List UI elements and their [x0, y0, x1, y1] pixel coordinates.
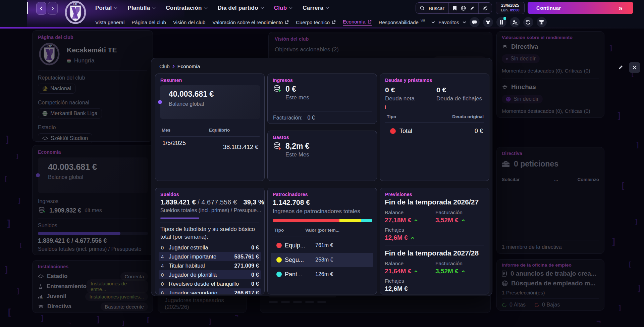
tab-pagina-del-club[interactable]: Página del club [131, 19, 166, 25]
sponsor-value: 761m € [315, 242, 333, 248]
current-day: Lun. [501, 8, 508, 12]
chevron-right-icon [51, 6, 54, 10]
transfer-debt: 0 € Deuda de fichajes [436, 86, 482, 102]
squad-kit-button[interactable] [483, 17, 493, 27]
forecast-stat: Fichajes 12,6M € [385, 227, 415, 241]
wages-caption: Sueldos totales (incl. primas) / Presupu… [160, 207, 261, 214]
continue-button[interactable]: Continuar » [528, 2, 633, 14]
trend-up-icon [414, 270, 418, 273]
sponsor-dot [276, 272, 282, 277]
tab-cuerpo-tecnico[interactable]: Cuerpo técnico [296, 19, 336, 25]
expenses-panel: Gastos 8,2m € Este Mes [267, 131, 377, 181]
breadcrumb-section[interactable]: Club [159, 63, 170, 69]
coins-up-icon [273, 85, 282, 94]
scouting-button[interactable] [510, 17, 520, 27]
forecast-stat: Fichajes 12,6M € [385, 278, 408, 292]
tab-economia[interactable]: Economía [343, 19, 372, 26]
col-mes[interactable]: Mes [162, 128, 170, 133]
menu-contratacion[interactable]: Contratación [166, 5, 207, 11]
balance-card: 40.003.681 € Balance global [160, 85, 260, 119]
pencil-icon[interactable] [470, 6, 474, 10]
wage-row: 4Jugador importante535.761 € [159, 252, 261, 261]
menu-dia-del-partido[interactable]: Día del partido [218, 5, 264, 11]
wages-percent: 39,3 % [244, 198, 264, 206]
sponsor-label: Equip... [285, 242, 305, 249]
bar-segment-kit [273, 219, 339, 222]
trend-up-icon [411, 236, 415, 239]
subnav-tools: Favoritos [431, 16, 547, 29]
competitions-button[interactable] [537, 17, 547, 27]
summary-row-value: 38.103.412 € [223, 144, 258, 151]
tab-responsabilidades[interactable]: Responsabilidadeviu [379, 19, 425, 25]
expenses-period: Este Mes [285, 151, 310, 158]
chevron-down-icon [204, 7, 208, 9]
wages-total: 1.839.421 € [160, 198, 196, 206]
expenses-value: 8,2m € [285, 142, 310, 151]
forecast-stat: Balance 21,64M € [385, 261, 418, 275]
debt-row: Total 0 € [385, 125, 484, 137]
favorites-label[interactable]: Favoritos [438, 19, 459, 25]
tab-valoracion-rendimiento[interactable]: Valoración sobre el rendimiento [212, 19, 289, 25]
date-widget[interactable]: 23/6/2025 Lun.09:00 [496, 2, 525, 14]
billing-value: 0 € [308, 115, 315, 121]
col-valor[interactable]: Valor (por tem... [305, 228, 339, 233]
gear-icon[interactable] [483, 6, 488, 11]
trend-up-icon [461, 219, 465, 222]
sponsor-value: 126m € [315, 271, 333, 277]
income-period: Este mes [285, 94, 309, 101]
menu-club[interactable]: Club [274, 5, 293, 11]
col-equilibrio[interactable]: Equilibrio [209, 128, 230, 133]
col-tipo[interactable]: Tipo [387, 114, 396, 119]
notebook-button[interactable] [496, 17, 506, 27]
panel-title: Patrocinadores [273, 192, 308, 197]
chevron-down-icon[interactable] [463, 21, 466, 24]
forward-button[interactable] [48, 2, 58, 15]
sync-button[interactable] [523, 17, 533, 27]
wage-row: 0Revulsivo desde el banquillo0 € [159, 279, 261, 288]
wage-row: 8Jugador secundario266.617 € [159, 288, 261, 294]
sponsors-caption: Ingresos de patrocinadores totales [273, 208, 360, 215]
tab-vision-del-club[interactable]: Visión del club [173, 19, 205, 25]
svg-text:KTE: KTE [73, 3, 78, 6]
income-value: 0 € [285, 85, 309, 94]
season-heading: Fin de la temporada 2026/27 [385, 198, 479, 206]
wages-panel: Sueldos 1.839.421 € / 4.677.556 € 39,3 %… [155, 188, 265, 294]
search-label: Buscar [429, 5, 444, 11]
edit-button[interactable] [615, 63, 626, 72]
sponsor-label: Pant... [285, 271, 302, 278]
close-button[interactable] [629, 62, 640, 73]
chevron-down-icon[interactable] [431, 21, 435, 24]
wage-row: 0Jugador estrella0 € [159, 243, 261, 252]
col-deuda-original[interactable]: Deuda original [452, 114, 484, 119]
forecast-stat: Balance 27,18M € [385, 209, 418, 224]
bookmark-icon[interactable] [453, 6, 457, 11]
wages-separator: / [198, 198, 200, 206]
search-toolbar: Buscar [416, 2, 492, 14]
section-tabs: Vista general Página del club Visión del… [95, 16, 425, 29]
summary-balance: 40.003.681 € [169, 90, 214, 99]
panel-title: Deudas y préstamos [385, 78, 432, 83]
globe-icon[interactable] [461, 6, 466, 11]
chevron-down-icon [152, 7, 156, 9]
back-button[interactable] [36, 2, 46, 15]
col-tipo[interactable]: Tipo [274, 228, 284, 233]
menu-plantilla[interactable]: Plantilla [127, 5, 156, 11]
close-icon [633, 65, 637, 69]
club-crest[interactable]: KTE [64, 1, 87, 24]
coins-down-icon [273, 142, 282, 151]
chevron-down-icon [261, 7, 264, 9]
chevron-left-icon [40, 6, 43, 10]
trend-up-icon [414, 219, 418, 222]
economy-modal: Club Economía Resumen 40.003.681 € Balan… [151, 58, 492, 296]
continue-label: Continuar [536, 5, 561, 11]
menu-carrera[interactable]: Carrera [303, 5, 329, 11]
tab-vista-general[interactable]: Vista general [95, 19, 124, 25]
messages-button[interactable] [470, 17, 480, 27]
menu-portal[interactable]: Portal [95, 5, 117, 11]
chevron-right-icon [172, 64, 175, 68]
search-box[interactable]: Buscar [416, 3, 448, 13]
external-link-icon [368, 20, 372, 24]
billing-row: Facturación: 0 € [273, 115, 315, 121]
sponsor-value: 253m € [315, 257, 333, 263]
double-chevron-icon: » [619, 4, 622, 12]
